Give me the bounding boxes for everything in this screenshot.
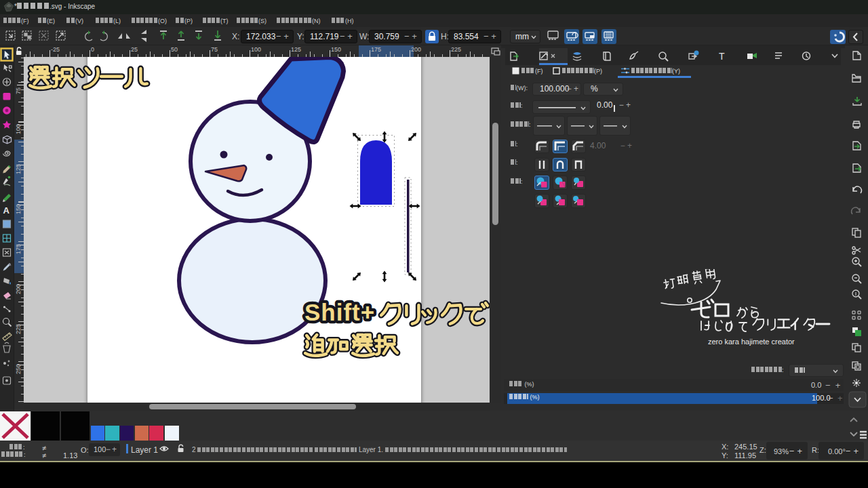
svg-text:zero kara hajimete creator: zero kara hajimete creator — [708, 338, 795, 346]
svg-text:Shift+: Shift+ — [304, 299, 375, 325]
svg-text:A: A — [3, 205, 10, 216]
svg-text:T: T — [719, 51, 725, 62]
